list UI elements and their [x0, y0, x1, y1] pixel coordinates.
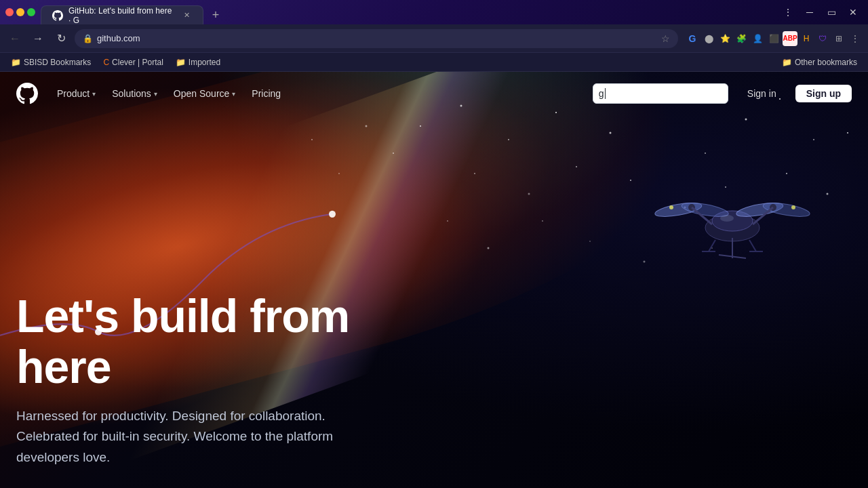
bookmark-sbisd-label: SBISD Bookmarks — [24, 58, 91, 67]
minimize-window-button[interactable] — [16, 8, 24, 16]
svg-point-24 — [311, 139, 313, 140]
svg-point-26 — [589, 241, 591, 242]
svg-point-47 — [720, 215, 734, 222]
svg-point-25 — [542, 220, 543, 222]
github-page: Product ▾ Solutions ▾ Open Source ▾ Pric… — [0, 72, 868, 488]
hero-title: Let's build from here — [16, 291, 434, 392]
svg-point-13 — [630, 180, 631, 181]
close-window-button[interactable] — [5, 8, 14, 16]
svg-point-48 — [669, 205, 673, 209]
tab-close-button[interactable]: ✕ — [182, 10, 192, 21]
tab-favicon — [52, 10, 63, 21]
nav-solutions[interactable]: Solutions ▾ — [104, 84, 165, 103]
search-input[interactable]: g — [593, 83, 728, 104]
tab-search-icon[interactable]: ⋮ — [778, 3, 797, 22]
bookmark-imported[interactable]: 📁 Imported — [170, 56, 226, 68]
svg-point-2 — [508, 139, 509, 140]
minimize-icon[interactable]: ─ — [800, 3, 819, 22]
github-logo[interactable] — [16, 83, 38, 104]
bookmarks-bar: 📁 SBISD Bookmarks C Clever | Portal 📁 Im… — [0, 53, 868, 72]
nav-links: Product ▾ Solutions ▾ Open Source ▾ Pric… — [49, 84, 289, 103]
lastpass-icon[interactable]: ⬛ — [766, 31, 781, 46]
profile-icon1[interactable]: 👤 — [750, 31, 765, 46]
svg-point-22 — [366, 125, 368, 127]
share-icon[interactable]: ⬤ — [701, 31, 716, 46]
drone-svg — [651, 153, 814, 289]
nav-open-source[interactable]: Open Source ▾ — [165, 84, 244, 103]
nav-product-chevron: ▾ — [92, 90, 96, 98]
svg-point-12 — [576, 166, 577, 167]
search-cursor — [605, 88, 606, 99]
title-bar-actions: ⋮ ─ ▭ ✕ — [778, 3, 863, 22]
svg-point-17 — [488, 247, 490, 249]
nav-open-source-chevron: ▾ — [232, 90, 235, 98]
back-button[interactable]: ← — [5, 29, 24, 48]
abp-icon[interactable]: ABP — [783, 31, 797, 46]
address-bar: ← → ↻ 🔒 github.com ☆ G ⬤ ⭐ 🧩 👤 ⬛ ABP H — [0, 24, 868, 53]
maximize-window-button[interactable] — [27, 8, 35, 16]
svg-point-21 — [393, 152, 394, 154]
nav-product-label: Product — [57, 88, 90, 99]
svg-point-7 — [745, 119, 747, 121]
url-text: github.com — [97, 33, 657, 43]
google-ext-icon[interactable]: G — [685, 31, 700, 46]
other-bookmarks[interactable]: 📁 Other bookmarks — [776, 56, 863, 68]
shield-icon[interactable]: 🛡 — [815, 31, 830, 46]
restore-icon[interactable]: ▭ — [822, 3, 841, 22]
svg-line-43 — [709, 240, 715, 251]
svg-point-16 — [447, 220, 448, 222]
new-tab-button[interactable]: + — [206, 5, 225, 24]
nav-product[interactable]: Product ▾ — [49, 84, 104, 103]
search-value: g — [599, 88, 604, 99]
hero-subtitle: Harnessed for productivity. Designed for… — [16, 406, 369, 468]
active-tab[interactable]: GitHub: Let's build from here · G ✕ — [41, 5, 203, 24]
window-controls — [5, 8, 35, 16]
svg-point-10 — [474, 173, 475, 174]
signin-button[interactable]: Sign in — [736, 85, 787, 102]
clever-icon: C — [103, 58, 109, 67]
puzzle-icon[interactable]: ⊞ — [831, 31, 846, 46]
tab-title: GitHub: Let's build from here · G — [68, 6, 174, 25]
honey-icon[interactable]: H — [799, 31, 814, 46]
nav-solutions-label: Solutions — [112, 88, 151, 99]
nav-open-source-label: Open Source — [174, 88, 230, 99]
imported-folder-icon: 📁 — [176, 58, 186, 67]
svg-point-4 — [610, 132, 612, 134]
lock-icon: 🔒 — [83, 34, 93, 43]
reload-button[interactable]: ↻ — [52, 29, 71, 48]
svg-point-0 — [420, 125, 421, 127]
bookmarks-right: 📁 Other bookmarks — [776, 56, 863, 68]
sync-icon[interactable]: ⭐ — [717, 31, 732, 46]
signup-button[interactable]: Sign up — [795, 85, 852, 102]
svg-point-49 — [791, 205, 795, 209]
bookmark-sbisd[interactable]: 📁 SBISD Bookmarks — [5, 56, 96, 68]
menu-icon[interactable]: ⋮ — [848, 31, 863, 46]
nav-solutions-chevron: ▾ — [154, 90, 157, 98]
close-icon[interactable]: ✕ — [844, 3, 863, 22]
nav-pricing-label: Pricing — [252, 88, 281, 99]
svg-line-44 — [749, 240, 756, 251]
hero-content: Let's build from here Harnessed for prod… — [16, 291, 434, 468]
drone-container — [651, 153, 814, 289]
svg-point-27 — [644, 261, 646, 263]
title-bar: GitHub: Let's build from here · G ✕ + ⋮ … — [0, 0, 868, 24]
bookmark-clever-label: Clever | Portal — [112, 58, 163, 67]
svg-point-11 — [528, 193, 530, 195]
tabs-area: GitHub: Let's build from here · G ✕ + — [41, 0, 778, 24]
svg-point-19 — [827, 193, 829, 195]
nav-right: g Sign in Sign up — [593, 83, 852, 104]
svg-point-20 — [847, 132, 848, 134]
github-navbar: Product ▾ Solutions ▾ Open Source ▾ Pric… — [0, 72, 868, 115]
nav-pricing[interactable]: Pricing — [243, 84, 289, 103]
forward-button[interactable]: → — [28, 29, 47, 48]
folder-icon: 📁 — [11, 58, 21, 67]
svg-point-9 — [813, 139, 814, 140]
bookmark-imported-label: Imported — [189, 58, 220, 67]
other-bookmarks-label: Other bookmarks — [795, 58, 857, 67]
bookmark-star-icon[interactable]: ☆ — [661, 33, 670, 44]
bookmark-clever[interactable]: C Clever | Portal — [98, 56, 168, 68]
other-bookmarks-icon: 📁 — [782, 58, 792, 67]
extensions-icon[interactable]: 🧩 — [734, 31, 749, 46]
url-bar[interactable]: 🔒 github.com ☆ — [75, 29, 678, 48]
svg-point-23 — [338, 173, 340, 174]
